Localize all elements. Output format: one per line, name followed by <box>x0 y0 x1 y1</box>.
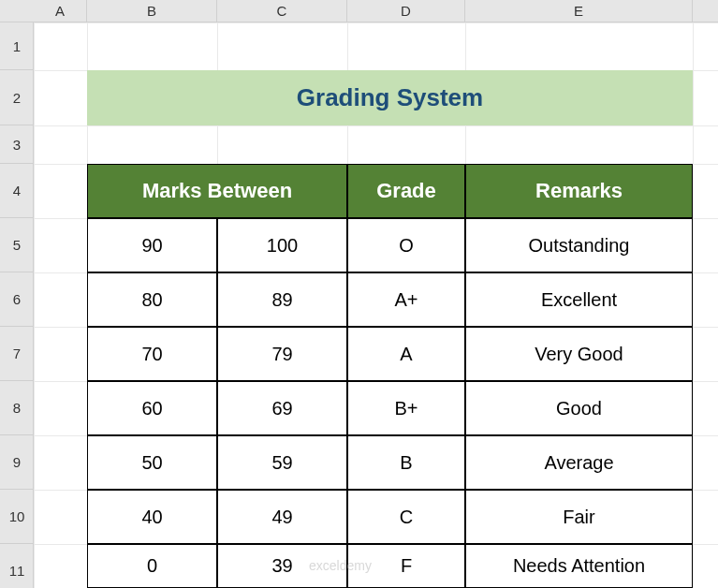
row-headers: 1 2 3 4 5 6 7 8 9 10 11 <box>0 22 34 588</box>
cell-b6[interactable]: 80 <box>87 272 217 327</box>
cell-b10[interactable]: 40 <box>87 490 217 544</box>
cell-c7[interactable]: 79 <box>217 327 347 381</box>
col-header-b[interactable]: B <box>87 0 217 22</box>
cell-d9[interactable]: B <box>347 435 465 490</box>
row-header-11[interactable]: 11 <box>0 544 34 588</box>
row-header-4[interactable]: 4 <box>0 164 34 218</box>
row-header-5[interactable]: 5 <box>0 218 34 272</box>
col-header-c[interactable]: C <box>217 0 347 22</box>
cell-e5[interactable]: Outstanding <box>465 218 693 272</box>
header-marks-between[interactable]: Marks Between <box>87 164 347 218</box>
header-remarks[interactable]: Remarks <box>465 164 693 218</box>
cell-c8[interactable]: 69 <box>217 381 347 435</box>
cell-d6[interactable]: A+ <box>347 272 465 327</box>
cell-b9[interactable]: 50 <box>87 435 217 490</box>
title-banner[interactable]: Grading System <box>87 70 693 125</box>
cell-b8[interactable]: 60 <box>87 381 217 435</box>
cell-b11[interactable]: 0 <box>87 544 217 588</box>
cell-e9[interactable]: Average <box>465 435 693 490</box>
row-header-9[interactable]: 9 <box>0 435 34 490</box>
cell-e7[interactable]: Very Good <box>465 327 693 381</box>
col-header-e[interactable]: E <box>465 0 693 22</box>
spreadsheet: A B C D E 1 2 3 4 5 6 7 8 9 10 11 Gradin… <box>0 0 718 588</box>
cell-e8[interactable]: Good <box>465 381 693 435</box>
row-header-6[interactable]: 6 <box>0 272 34 327</box>
cell-d5[interactable]: O <box>347 218 465 272</box>
header-grade[interactable]: Grade <box>347 164 465 218</box>
row-header-2[interactable]: 2 <box>0 70 34 125</box>
cell-e6[interactable]: Excellent <box>465 272 693 327</box>
cell-d11[interactable]: F <box>347 544 465 588</box>
cell-d7[interactable]: A <box>347 327 465 381</box>
row-header-7[interactable]: 7 <box>0 327 34 381</box>
cell-c6[interactable]: 89 <box>217 272 347 327</box>
col-header-d[interactable]: D <box>347 0 465 22</box>
row-header-8[interactable]: 8 <box>0 381 34 435</box>
col-header-a[interactable]: A <box>34 0 87 22</box>
column-headers: A B C D E <box>0 0 718 22</box>
cell-b5[interactable]: 90 <box>87 218 217 272</box>
cell-e11[interactable]: Needs Attention <box>465 544 693 588</box>
row-header-10[interactable]: 10 <box>0 490 34 544</box>
cell-b7[interactable]: 70 <box>87 327 217 381</box>
cell-c10[interactable]: 49 <box>217 490 347 544</box>
cell-d8[interactable]: B+ <box>347 381 465 435</box>
cell-c5[interactable]: 100 <box>217 218 347 272</box>
cell-e10[interactable]: Fair <box>465 490 693 544</box>
cell-c11[interactable]: 39 <box>217 544 347 588</box>
row-header-3[interactable]: 3 <box>0 125 34 164</box>
row-header-1[interactable]: 1 <box>0 22 34 70</box>
cell-c9[interactable]: 59 <box>217 435 347 490</box>
cell-d10[interactable]: C <box>347 490 465 544</box>
